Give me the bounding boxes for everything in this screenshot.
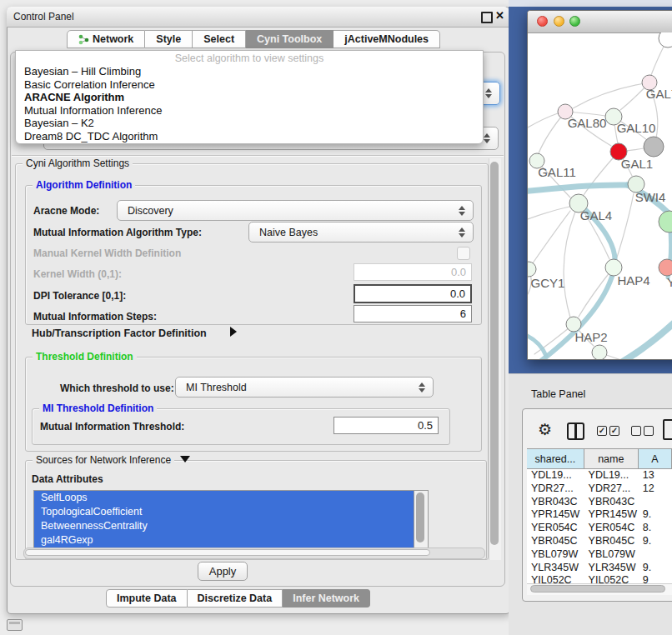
close-traffic-light-icon[interactable] xyxy=(537,16,548,27)
network-node-gcy1[interactable] xyxy=(528,262,536,277)
network-node[interactable] xyxy=(659,211,672,232)
manual-kernel-checkbox[interactable] xyxy=(457,247,470,260)
algorithm-menu-item[interactable]: ARACNE Algorithm xyxy=(16,91,483,104)
tab-jactivemnodules[interactable]: jActiveMNodules xyxy=(333,30,440,48)
network-edge[interactable] xyxy=(528,185,628,192)
data-attributes-list[interactable]: SelfLoopsTopologicalCoefficientBetweenne… xyxy=(33,490,414,548)
tab-style[interactable]: Style xyxy=(145,30,193,48)
table-row[interactable]: YBL079WYBL079W xyxy=(527,548,672,562)
mi-steps-field[interactable]: 6 xyxy=(354,305,472,322)
minimize-traffic-light-icon[interactable] xyxy=(554,16,564,27)
tab-infer-network[interactable]: Infer Network xyxy=(283,589,370,608)
zoom-traffic-light-icon[interactable] xyxy=(569,16,580,27)
attribute-list-item[interactable]: BetweennessCentrality xyxy=(34,519,414,533)
network-node[interactable] xyxy=(644,137,664,157)
split-columns-icon[interactable] xyxy=(567,422,584,440)
table-hscrollbar-thumb[interactable] xyxy=(530,585,665,592)
mi-type-label: Mutual Information Algorithm Type: xyxy=(33,227,202,238)
algorithm-menu-item[interactable]: Dream8 DC_TDC Algorithm xyxy=(16,130,483,143)
dock-window-icon[interactable] xyxy=(7,619,23,631)
control-panel-titlebar[interactable] xyxy=(7,7,509,28)
network-graph-canvas[interactable]: GAL7GAL80GAL10GAL1GAL11SWI4GAL4GCY1HAP4Y… xyxy=(528,32,672,359)
algorithm-menu-item[interactable]: Basic Correlation Inference xyxy=(16,78,483,92)
tab-network[interactable]: Network xyxy=(67,30,145,48)
table-row[interactable]: YLR345WYLR345W9. xyxy=(527,562,672,575)
table-cell: 9. xyxy=(639,562,672,575)
attribute-list-item[interactable]: SelfLoops xyxy=(34,491,414,505)
checked-box-icon[interactable]: ✓ xyxy=(597,426,607,436)
mi-threshold-field[interactable]: 0.5 xyxy=(333,417,439,434)
network-node[interactable] xyxy=(592,345,607,359)
aracne-mode-combo[interactable]: Discovery xyxy=(117,200,474,221)
table-row[interactable]: YDL19...YDL19...13 xyxy=(527,469,672,482)
unchecked-box-icon[interactable] xyxy=(644,426,654,436)
table-cell: YBL079W xyxy=(584,548,639,562)
which-threshold-combo[interactable]: MI Threshold xyxy=(175,377,434,398)
algorithm-menu-item[interactable]: Bayesian – Hill Climbing xyxy=(16,65,483,78)
network-node-y[interactable] xyxy=(659,259,672,276)
table-row[interactable]: YPR145WYPR145W9. xyxy=(527,508,672,522)
table-row[interactable]: YDR27...YDR27...12 xyxy=(527,482,672,496)
column-header[interactable]: A xyxy=(639,449,672,468)
algorithm-menu-item[interactable]: Mutual Information Inference xyxy=(16,104,483,118)
algorithm-menu-item[interactable]: Bayesian – K2 xyxy=(16,117,483,130)
table-row[interactable]: YBR043CYBR043C xyxy=(527,496,672,509)
column-header[interactable]: shared... xyxy=(527,449,584,468)
unchecked-box-icon[interactable] xyxy=(631,426,641,436)
attributes-hscrollbar-thumb[interactable] xyxy=(25,549,430,556)
table-row[interactable]: YER054CYER054C8. xyxy=(527,522,672,535)
dpi-tolerance-label: DPI Tolerance [0,1]: xyxy=(33,290,126,302)
aracne-mode-value: Discovery xyxy=(128,205,173,217)
table-row[interactable]: YBR045CYBR045C9. xyxy=(527,535,672,548)
table-cell xyxy=(639,496,672,509)
cyni-settings-group-title: Cyni Algorithm Settings xyxy=(23,158,133,169)
settings-scrollbar-thumb[interactable] xyxy=(490,162,499,545)
attributes-scrollbar-thumb[interactable] xyxy=(416,492,424,542)
close-icon[interactable]: ✕ xyxy=(495,9,504,22)
node-label-y: Y xyxy=(667,275,672,289)
combo-arrows-icon xyxy=(459,206,465,216)
node-label-hap4: HAP4 xyxy=(617,273,649,288)
mi-type-combo[interactable]: Naive Bayes xyxy=(248,222,474,242)
table-header-row: shared...nameA xyxy=(527,448,672,469)
tab-label: Style xyxy=(156,33,181,45)
checked-box-icon[interactable]: ✓ xyxy=(609,426,619,436)
network-edge[interactable] xyxy=(573,82,649,108)
gear-icon[interactable]: ⚙ xyxy=(538,420,552,439)
tab-discretize-data[interactable]: Discretize Data xyxy=(188,589,283,608)
hub-definition-label[interactable]: Hub/Transcription Factor Definition xyxy=(32,328,207,339)
attribute-list-item[interactable]: TopologicalCoefficient xyxy=(34,505,414,519)
network-node[interactable] xyxy=(659,32,672,48)
threshold-definition-title: Threshold Definition xyxy=(33,351,137,362)
table-cell: YER054C xyxy=(584,522,639,535)
column-header[interactable]: name xyxy=(584,449,639,468)
node-label-hap2: HAP2 xyxy=(574,330,607,344)
float-window-icon[interactable] xyxy=(481,12,493,23)
control-panel-tabs: NetworkStyleSelectCyni ToolboxjActiveMNo… xyxy=(67,30,440,48)
aracne-mode-label: Aracne Mode: xyxy=(33,205,99,217)
mi-threshold-label: Mutual Information Threshold: xyxy=(40,421,184,432)
node-label-gal80: GAL80 xyxy=(568,116,607,130)
apply-button[interactable]: Apply xyxy=(198,562,248,581)
expand-arrow-icon[interactable] xyxy=(230,327,237,337)
collapse-arrow-icon[interactable] xyxy=(180,456,190,462)
network-edge[interactable] xyxy=(564,203,579,318)
network-window-titlebar[interactable] xyxy=(528,11,672,33)
tab-label: Select xyxy=(203,33,234,45)
tab-select[interactable]: Select xyxy=(193,30,246,48)
document-icon[interactable] xyxy=(663,419,672,440)
tab-impute-data[interactable]: Impute Data xyxy=(106,589,188,608)
table-body: YDL19...YDL19...13YDR27...YDR27...12YBR0… xyxy=(527,469,672,584)
dpi-tolerance-field[interactable]: 0.0 xyxy=(354,284,472,303)
table-cell: 9. xyxy=(639,508,672,522)
which-threshold-value: MI Threshold xyxy=(186,382,247,393)
attribute-list-item[interactable]: gal4RGexp xyxy=(34,533,414,548)
tab-cyni-toolbox[interactable]: Cyni Toolbox xyxy=(246,30,333,48)
table-cell: 13 xyxy=(639,469,672,482)
kernel-width-field[interactable]: 0.0 xyxy=(354,263,472,281)
network-edge[interactable] xyxy=(621,322,672,359)
sources-group-title[interactable]: Sources for Network Inference xyxy=(33,454,174,466)
network-edge[interactable] xyxy=(528,113,558,128)
table-cell: YDR27... xyxy=(584,482,639,496)
network-edge[interactable] xyxy=(528,207,569,219)
